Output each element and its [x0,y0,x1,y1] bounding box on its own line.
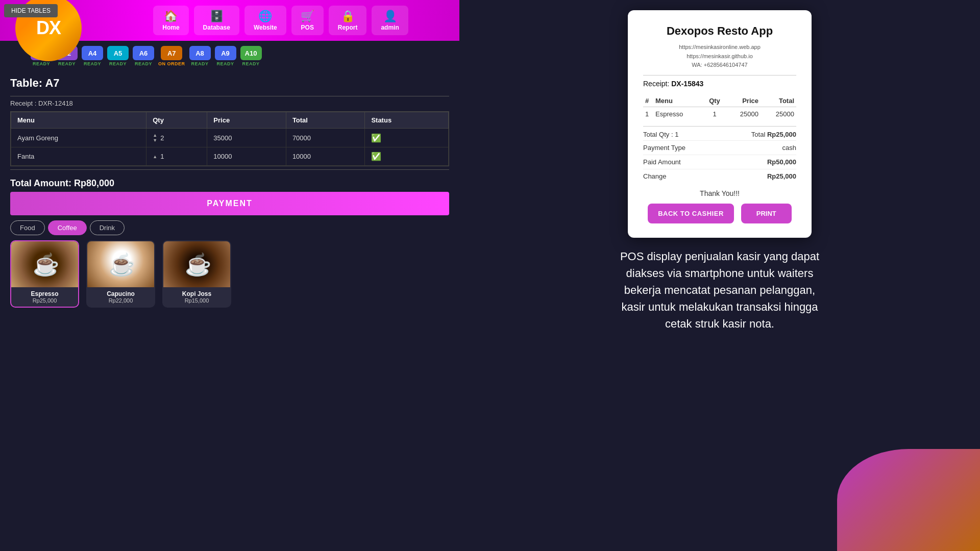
left-panel: HIDE TABLES DX 🏠 Home🗄️ Database🌐 Websit… [0,0,459,551]
rh-price: Price [725,95,761,107]
r-total-0: 25000 [761,107,796,121]
receipt-modal: Dexopos Resto App https://mesinkasironli… [628,10,812,238]
menu-tab-coffee[interactable]: Coffee [48,220,87,235]
nav-item-admin[interactable]: 👤 admin [372,6,408,35]
menu-card-espresso[interactable]: Espresso Rp25,000 [10,240,79,308]
nav-label-admin: admin [381,24,399,31]
table-row: Fanta ▲ 1 10000 10000 ✅ [11,147,449,166]
qty-arrows-0[interactable]: ▲ ▼ [153,133,157,143]
table-btn-A10[interactable]: A10 READY [240,46,262,66]
order-table-header: Menu Qty Price Total Status [11,112,449,129]
order-table-wrap[interactable]: Menu Qty Price Total Status Ayam Goreng … [10,111,449,166]
nav-item-website[interactable]: 🌐 Website [244,6,286,35]
logo-text: DX [36,17,61,39]
table-btn-A5[interactable]: A5 READY [107,46,129,66]
change-value: Rp25,000 [767,172,796,180]
menu-card-name-1: Capucino [91,290,150,297]
menu-card-info-2: Kopi Joss Rp15,000 [163,287,230,307]
qty-down-0[interactable]: ▼ [153,138,157,143]
menu-card-img-0 [11,241,79,287]
nav-item-home[interactable]: 🏠 Home [153,6,188,35]
table-status-A6: READY [135,61,152,66]
nav-icon-home: 🏠 [164,10,178,23]
table-status-A7: ON ORDER [158,61,185,66]
menu-card-capucino[interactable]: Capucino Rp22,000 [86,240,155,308]
status-check-icon-1: ✅ [371,152,381,161]
receipt-table-row: 1 Espresso 1 25000 25000 [643,107,796,121]
hide-tables-button[interactable]: HIDE TABLES [4,4,58,17]
order-qty-1[interactable]: ▲ 1 [146,147,207,166]
col-status: Status [365,112,449,129]
table-badge-A7: A7 [161,46,182,60]
main-content: Table: A7 Receipt : DXR-12418 Menu Qty P… [0,71,459,551]
menu-card-kopi-joss[interactable]: Kopi Joss Rp15,000 [162,240,231,308]
table-badge-A10: A10 [240,46,262,60]
receipt-summary: Total Qty : 1 Total Rp25,000 [643,131,796,138]
qty-up-0[interactable]: ▲ [153,133,157,138]
payment-type-row: Payment Type cash [643,140,796,155]
status-check-icon-0: ✅ [371,134,381,142]
receipt-urls: https://mesinkasironline.web.app https:/… [643,43,796,70]
receipt-items-table: # Menu Qty Price Total 1 Espresso 1 2500… [643,95,796,121]
order-total-1: 10000 [286,147,365,166]
qty-up-1[interactable]: ▲ [153,154,157,159]
table-badge-A4: A4 [82,46,103,60]
qty-value-1: 1 [160,153,164,160]
nav-label-website: Website [254,24,277,31]
menu-tabs: FoodCoffeeDrink [10,220,449,235]
nav-item-database[interactable]: 🗄️ Database [194,6,239,35]
thank-you: Thank You!!! [643,189,796,197]
rh-hash: # [643,95,653,107]
col-total: Total [286,112,365,129]
payment-type-label: Payment Type [643,144,685,152]
nav-icon-report: 🔒 [341,10,355,23]
table-badge-A9: A9 [215,46,236,60]
menu-tab-food[interactable]: Food [10,220,45,235]
nav-item-report[interactable]: 🔒 Report [329,6,367,35]
table-badge-A6: A6 [133,46,154,60]
nav-item-pos[interactable]: 🛒 POS [291,6,324,35]
order-price-0: 35000 [207,129,286,147]
payment-button[interactable]: PAYMENT [10,192,449,215]
print-button[interactable]: PRINT [741,204,792,223]
qty-arrows-1[interactable]: ▲ [153,154,157,159]
qty-value-0: 2 [160,134,164,142]
back-to-cashier-button[interactable]: BACK TO CASHIER [648,204,734,223]
menu-card-name-2: Kopi Joss [167,290,226,297]
r-qty-0: 1 [704,107,725,121]
table-status-A10: READY [242,61,260,66]
table-btn-A9[interactable]: A9 READY [215,46,236,66]
nav-label-pos: POS [301,24,314,31]
payment-type-value: cash [782,144,796,152]
menu-card-img-1 [87,241,155,287]
receipt-no: DX-15843 [671,80,703,88]
rh-qty: Qty [704,95,725,107]
table-btn-A8[interactable]: A8 READY [189,46,211,66]
col-menu: Menu [11,112,146,129]
table-btn-A7[interactable]: A7 ON ORDER [158,46,185,66]
table-row: Ayam Goreng ▲ ▼ 2 35000 70000 ✅ [11,129,449,147]
description-text: POS display penjualan kasir yang dapat d… [602,248,837,332]
total-amount: Total Amount: Rp80,000 [10,178,449,189]
paid-amount-row: Paid Amount Rp50,000 [643,155,796,169]
rh-menu: Menu [653,95,704,107]
nav-icon-pos: 🛒 [301,10,314,23]
table-btn-A6[interactable]: A6 READY [133,46,154,66]
nav-icon-admin: 👤 [383,10,397,23]
menu-grid: Espresso Rp25,000 Capucino Rp22,000 Kopi… [10,240,449,308]
menu-card-price-0: Rp25,000 [15,297,74,304]
table-status-A8: READY [191,61,209,66]
table-status-A9: READY [217,61,234,66]
menu-card-img-2 [163,241,231,287]
menu-card-price-1: Rp22,000 [91,297,150,304]
order-qty-0[interactable]: ▲ ▼ 2 [146,129,207,147]
col-qty: Qty [146,112,207,129]
table-btn-A4[interactable]: A4 READY [82,46,103,66]
receipt-actions: BACK TO CASHIER PRINT [643,204,796,223]
top-nav: DX 🏠 Home🗄️ Database🌐 Website🛒 POS🔒 Repo… [0,0,459,41]
change-label: Change [643,172,667,180]
menu-tab-drink[interactable]: Drink [90,220,125,235]
nav-icon-database: 🗄️ [210,10,224,23]
order-status-1: ✅ [365,147,449,166]
receipt-table-header: # Menu Qty Price Total [643,95,796,107]
